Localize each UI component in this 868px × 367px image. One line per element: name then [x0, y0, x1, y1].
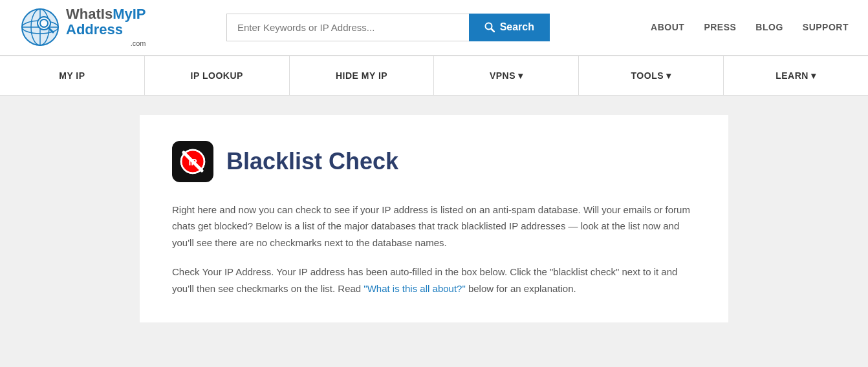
- description-paragraph-1: Right here and now you can check to see …: [172, 202, 696, 251]
- header-nav: ABOUT PRESS BLOG SUPPORT: [651, 22, 849, 32]
- globe-logo-icon: [19, 6, 61, 48]
- logo-area[interactable]: WhatIsMyIP Address .com: [19, 6, 175, 48]
- logo-address: Address: [66, 21, 123, 37]
- nav-support[interactable]: SUPPORT: [803, 22, 849, 32]
- search-button[interactable]: Search: [469, 14, 550, 41]
- logo-text: WhatIsMyIP Address .com: [66, 6, 146, 48]
- logo-whatis: WhatIs: [66, 6, 113, 22]
- header: WhatIsMyIP Address .com Search ABOUT PRE…: [0, 0, 868, 56]
- page-title: Blacklist Check: [226, 148, 398, 175]
- nav-item-my-ip[interactable]: MY IP: [0, 56, 145, 95]
- description2-suffix: below for an explanation.: [466, 283, 576, 294]
- nav-item-learn[interactable]: LEARN ▾: [724, 56, 868, 95]
- description-paragraph-2: Check Your IP Address. Your IP address h…: [172, 264, 696, 297]
- main-content: IP Blacklist Check Right here and now yo…: [0, 96, 868, 342]
- svg-text:IP: IP: [188, 157, 197, 167]
- no-entry-icon: IP: [179, 147, 207, 176]
- nav-item-hide-my-ip[interactable]: HIDE MY IP: [290, 56, 435, 95]
- nav-press[interactable]: PRESS: [704, 22, 736, 32]
- logo-myip: MyIP: [113, 6, 146, 22]
- search-button-label: Search: [500, 21, 534, 33]
- search-area: Search: [226, 14, 550, 41]
- page-title-row: IP Blacklist Check: [172, 141, 696, 182]
- nav-blog[interactable]: BLOG: [755, 22, 783, 32]
- nav-item-vpns[interactable]: VPNS ▾: [434, 56, 579, 95]
- navbar: MY IP IP LOOKUP HIDE MY IP VPNS ▾ TOOLS …: [0, 56, 868, 96]
- nav-item-ip-lookup[interactable]: IP LOOKUP: [145, 56, 290, 95]
- logo-com: .com: [131, 39, 146, 47]
- nav-about[interactable]: ABOUT: [651, 22, 684, 32]
- what-is-this-link[interactable]: "What is this all about?": [363, 283, 465, 294]
- content-card: IP Blacklist Check Right here and now yo…: [140, 115, 728, 323]
- search-input[interactable]: [226, 14, 469, 41]
- blacklist-icon: IP: [172, 141, 213, 182]
- nav-item-tools[interactable]: TOOLS ▾: [579, 56, 724, 95]
- search-icon: [484, 22, 495, 32]
- svg-line-10: [491, 29, 494, 32]
